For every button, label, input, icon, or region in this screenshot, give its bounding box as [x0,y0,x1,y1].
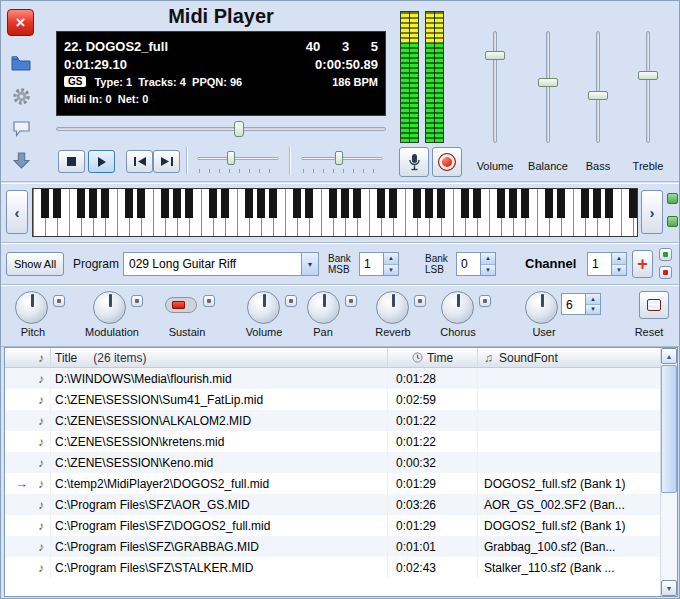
user-spinner[interactable]: 6 ▲ ▼ [561,293,601,315]
time-header-text: Time [427,351,453,365]
volume-reset-button[interactable] [285,295,297,307]
table-row[interactable]: ♪ D:\WINDOWS\Media\flourish.mid 0:01:28 [5,368,660,389]
volume-knob[interactable] [247,291,280,324]
balance-slider-track[interactable] [546,31,550,143]
piano-keyboard[interactable] [32,188,638,237]
comment-button[interactable] [7,114,35,142]
reverb-knob[interactable] [376,291,409,324]
volume-slider-track[interactable] [493,31,497,143]
table-row[interactable]: ♪ C:\Program Files\SFZ\DOGOS2_full.mid 0… [5,515,660,536]
slider-ticks [303,169,381,173]
position-slider-track[interactable] [56,127,386,131]
bank-msb-up-button[interactable]: ▲ [384,253,398,264]
close-button[interactable]: × [7,9,34,36]
table-row[interactable]: ♪ C:\Program Files\SFZ\STALKER.MID 0:02:… [5,557,660,578]
pan-reset-button[interactable] [345,295,357,307]
table-row[interactable]: ♪ C:\ZENE\SESSION\Sum41_FatLip.mid 0:02:… [5,389,660,410]
keyboard-led-button-top[interactable] [667,193,678,204]
channel-spinner[interactable]: 1 ▲ ▼ [587,252,627,276]
program-select[interactable]: 029 Long Guitar Riff ▼ [123,252,319,276]
volume-slider[interactable] [485,31,505,143]
scrollbar-track[interactable]: ▲ ▼ [660,348,677,596]
bank-msb-label-line1: Bank [328,253,351,264]
row-soundfont [478,368,660,389]
keyboard-scroll-right-button[interactable]: › [641,190,663,234]
row-time: 0:01:28 [388,368,478,389]
chevron-down-icon[interactable]: ▼ [301,253,318,275]
small-slider-left[interactable] [197,149,279,175]
table-row[interactable]: ♪ C:\ZENE\SESSION\Keno.mid 0:00:32 [5,452,660,473]
bank-msb-spinner[interactable]: 1 ▲ ▼ [359,252,399,276]
add-button[interactable]: + [632,250,653,278]
table-row[interactable]: ♪ C:\ZENE\SESSION\kretens.mid 0:01:22 [5,431,660,452]
small-slider-left-track[interactable] [197,157,279,160]
modulation-knob[interactable] [93,291,126,324]
pan-knob[interactable] [307,291,340,324]
scrollbar-thumb[interactable] [661,365,677,493]
row-title: C:\ZENE\SESSION\ALKALOM2.MID [51,410,388,431]
keyboard-scroll-left-button[interactable]: ‹ [6,190,28,234]
table-row[interactable]: ♪ C:\ZENE\SESSION\ALKALOM2.MID 0:01:22 [5,410,660,431]
small-red-button[interactable] [659,266,672,279]
channel-down-button[interactable]: ▼ [612,264,626,276]
open-file-button[interactable] [7,49,35,77]
divider [186,147,188,175]
bass-slider[interactable] [588,31,608,143]
table-row-current[interactable]: → ♪ C:\temp2\MidiPlayer2\DOGOS2_full.mid… [5,473,660,494]
treble-slider[interactable] [638,31,658,143]
chorus-knob[interactable] [441,291,474,324]
keyboard-led-button-bottom[interactable] [667,216,678,227]
bank-msb-down-button[interactable]: ▼ [384,264,398,276]
modulation-reset-button[interactable] [131,295,143,307]
vu-meters [400,11,444,143]
bass-slider-track[interactable] [596,31,600,143]
record-button[interactable] [432,147,462,177]
mic-button[interactable] [399,147,429,177]
balance-slider[interactable] [538,31,558,143]
pan-label: Pan [288,326,358,338]
volume-slider-thumb[interactable] [485,51,505,60]
table-row[interactable]: ♪ C:\Program Files\SFZ\AOR_GS.MID 0:03:2… [5,494,660,515]
channel-up-button[interactable]: ▲ [612,253,626,264]
next-button[interactable] [153,150,180,173]
pitch-knob[interactable] [15,291,48,324]
bank-lsb-down-button[interactable]: ▼ [481,264,495,276]
stop-button[interactable] [58,150,85,173]
title-column-header[interactable]: Title (26 items) [51,348,388,367]
small-slider-right-thumb[interactable] [335,151,343,165]
icon-column-header[interactable]: ♪ [5,348,51,367]
chorus-reset-button[interactable] [479,295,491,307]
bank-lsb-spinner[interactable]: 0 ▲ ▼ [456,252,496,276]
table-row[interactable]: ♪ C:\Program Files\SFZ\GRABBAG.MID 0:01:… [5,536,660,557]
download-button[interactable] [7,146,35,174]
sustain-reset-button[interactable] [203,295,215,307]
user-up-button[interactable]: ▲ [586,294,600,304]
position-slider[interactable] [56,120,386,138]
reset-button[interactable] [639,291,669,319]
treble-slider-thumb[interactable] [638,71,658,80]
top-panel: × [1,1,680,182]
small-green-button[interactable] [659,248,672,261]
scrollbar-down-button[interactable]: ▼ [661,580,677,596]
bank-lsb-up-button[interactable]: ▲ [481,253,495,264]
bass-slider-thumb[interactable] [588,91,608,100]
user-knob[interactable] [525,291,558,324]
dot-icon [207,299,211,303]
midi-player-window: × [0,0,680,599]
previous-button[interactable] [126,150,153,173]
reverb-reset-button[interactable] [414,295,426,307]
time-column-header[interactable]: Time [388,348,478,367]
soundfont-column-header[interactable]: ♫ SoundFont [478,348,660,367]
scrollbar-up-button[interactable]: ▲ [661,348,677,364]
treble-slider-track[interactable] [646,31,650,143]
small-slider-left-thumb[interactable] [227,151,235,165]
play-button[interactable] [88,150,115,173]
show-all-button[interactable]: Show All [6,252,64,276]
balance-slider-thumb[interactable] [538,78,558,87]
user-down-button[interactable]: ▼ [586,304,600,315]
small-slider-right[interactable] [301,149,383,175]
settings-button[interactable] [7,82,35,110]
sustain-indicator[interactable] [165,297,197,313]
pitch-reset-button[interactable] [53,295,65,307]
position-slider-thumb[interactable] [234,121,244,137]
